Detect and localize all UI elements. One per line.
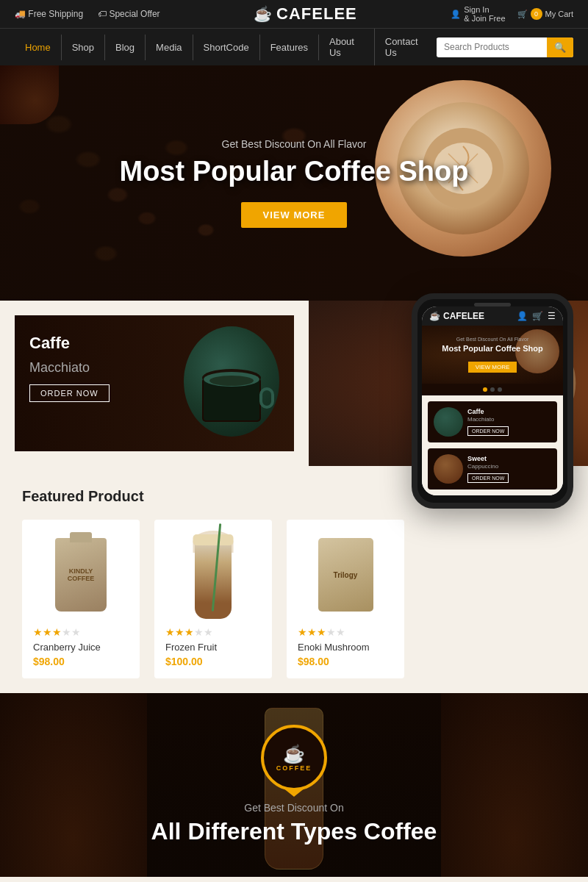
top-bar: 🚚 Free Shipping 🏷 Special Offer ☕ CAFELE… bbox=[0, 0, 588, 28]
bottom-right-decor bbox=[441, 693, 588, 877]
product-bag-1: KINDLYCOFFEE bbox=[55, 538, 107, 612]
phone-dot-2 bbox=[490, 387, 495, 392]
product-name-2: Frozen Fruit bbox=[165, 642, 261, 653]
logo-text: CAFELEE bbox=[276, 4, 357, 24]
phone-nav-icons: 👤 🛒 ☰ bbox=[517, 311, 556, 321]
phone-hero: Get Best Discount On All Flavor Most Pop… bbox=[422, 326, 563, 384]
bottom-subtitle: Get Best Discount On bbox=[151, 802, 437, 814]
nav-shop[interactable]: Shop bbox=[62, 35, 105, 60]
phone-menu-icon: ☰ bbox=[548, 311, 556, 321]
phone-card-text-1: Caffe Macchiato ORDER NOW bbox=[467, 408, 551, 436]
view-more-button[interactable]: VIEW MORE bbox=[241, 202, 348, 228]
special-offer-label: 🏷 Special Offer bbox=[98, 9, 160, 19]
product-pouch-3: Trilogy bbox=[318, 538, 373, 612]
coffee-cup-badge-icon: ☕ bbox=[283, 744, 305, 764]
pouch-text-3: Trilogy bbox=[334, 571, 358, 579]
logo-icon: ☕ bbox=[254, 5, 272, 23]
nav-blog[interactable]: Blog bbox=[105, 35, 146, 60]
tag-icon: 🏷 bbox=[98, 9, 107, 19]
promo-card-macchiato: Caffe Macchiato ORDER NOW bbox=[15, 315, 294, 451]
bottom-left-decor bbox=[0, 693, 147, 877]
phone-card-macchiato: Caffe Macchiato ORDER NOW bbox=[428, 401, 557, 442]
phone-order-btn-1[interactable]: ORDER NOW bbox=[467, 426, 509, 436]
nav-links: Home Shop Blog Media ShortCode Features … bbox=[15, 29, 437, 65]
cart-icon: 🛒 bbox=[517, 10, 528, 19]
phone-dot-1 bbox=[483, 387, 487, 392]
hero-subtitle: Get Best Discount On All Flavor bbox=[120, 138, 469, 150]
phone-card-title-1: Caffe bbox=[467, 408, 551, 416]
phone-card-subtitle-1: Macchiato bbox=[467, 416, 551, 423]
hero-section: Get Best Discount On All Flavor Most Pop… bbox=[0, 65, 588, 301]
product-img-1: KINDLYCOFFEE bbox=[33, 531, 129, 619]
search-input[interactable] bbox=[437, 38, 547, 56]
product-img-3: Trilogy bbox=[298, 531, 393, 619]
product-name-3: Enoki Mushroom bbox=[298, 642, 393, 653]
phone-screen: ☕ CAFELEE 👤 🛒 ☰ Get Best Discount On All… bbox=[422, 306, 563, 495]
nav-search[interactable]: 🔍 bbox=[437, 37, 573, 57]
phone-mockup-container: ☕ CAFELEE 👤 🛒 ☰ Get Best Discount On All… bbox=[412, 293, 566, 509]
phone-cards: Caffe Macchiato ORDER NOW Sweet Cappucci… bbox=[422, 395, 563, 495]
phone-header: ☕ CAFELEE 👤 🛒 ☰ bbox=[422, 306, 563, 326]
product-card-3: Trilogy ★★★★★ Enoki Mushroom $98.00 bbox=[287, 520, 404, 678]
phone-logo-icon: ☕ bbox=[429, 311, 440, 321]
phone-card-cup-2 bbox=[434, 454, 463, 484]
phone-notch bbox=[474, 303, 511, 306]
top-bar-left: 🚚 Free Shipping 🏷 Special Offer bbox=[15, 9, 160, 19]
bottom-section: ☕ COFFEE Get Best Discount On All Differ… bbox=[0, 693, 588, 877]
nav-about[interactable]: About Us bbox=[319, 29, 375, 65]
product-price-2: $100.00 bbox=[165, 656, 261, 667]
cart-link[interactable]: 🛒 0 My Cart bbox=[517, 8, 574, 20]
order-now-btn-1[interactable]: ORDER NOW bbox=[29, 384, 110, 402]
promo-card1-title: Caffe bbox=[29, 334, 279, 353]
phone-card-cup-1 bbox=[434, 407, 463, 437]
phone-cart-icon: 🛒 bbox=[532, 311, 543, 321]
phone-hero-content: Get Best Discount On All Flavor Most Pop… bbox=[429, 337, 556, 373]
phone-card-cappuccino: Sweet Cappuccino ORDER NOW bbox=[428, 448, 557, 490]
search-button[interactable]: 🔍 bbox=[547, 37, 573, 57]
top-bar-right: 👤 Sign In & Join Free 🛒 0 My Cart bbox=[451, 5, 573, 23]
logo[interactable]: ☕ CAFELEE bbox=[254, 4, 357, 24]
product-name-1: Cranberry Juice bbox=[33, 642, 129, 653]
product-stars-3: ★★★★★ bbox=[298, 626, 393, 638]
sign-in-link[interactable]: 👤 Sign In & Join Free bbox=[451, 5, 505, 23]
phone-card-subtitle-2: Cappuccino bbox=[467, 463, 551, 470]
nav-features[interactable]: Features bbox=[260, 35, 319, 60]
products-grid: KINDLYCOFFEE ★★★★★ Cranberry Juice $98.0… bbox=[22, 520, 566, 678]
phone-mockup: ☕ CAFELEE 👤 🛒 ☰ Get Best Discount On All… bbox=[412, 293, 573, 509]
coffee-badge-text: COFFEE bbox=[276, 764, 312, 772]
product-img-2 bbox=[165, 531, 261, 619]
promo-area: Caffe Macchiato ORDER NOW bbox=[0, 301, 588, 466]
phone-order-btn-2[interactable]: ORDER NOW bbox=[467, 473, 509, 483]
nav-media[interactable]: Media bbox=[146, 35, 193, 60]
product-stars-2: ★★★★★ bbox=[165, 626, 261, 638]
truck-icon: 🚚 bbox=[15, 9, 26, 19]
promo-card1-subtitle: Macchiato bbox=[29, 360, 279, 376]
phone-hero-subtitle: Get Best Discount On All Flavor bbox=[429, 337, 556, 342]
phone-logo: ☕ CAFELEE bbox=[429, 311, 484, 321]
phone-user-icon: 👤 bbox=[517, 311, 528, 321]
hero-food-decor bbox=[0, 65, 59, 124]
product-stars-1: ★★★★★ bbox=[33, 626, 129, 638]
nav-shortcode[interactable]: ShortCode bbox=[193, 35, 260, 60]
cart-badge: 0 bbox=[531, 8, 542, 20]
nav-contact[interactable]: Contact Us bbox=[375, 29, 437, 65]
drink-container-2 bbox=[195, 531, 232, 619]
phone-card-text-2: Sweet Cappuccino ORDER NOW bbox=[467, 455, 551, 483]
product-card-1: KINDLYCOFFEE ★★★★★ Cranberry Juice $98.0… bbox=[22, 520, 140, 678]
product-card-2: ★★★★★ Frozen Fruit $100.00 bbox=[154, 520, 272, 678]
promo-card1-content: Caffe Macchiato ORDER NOW bbox=[15, 315, 294, 420]
promo-cards: Caffe Macchiato ORDER NOW bbox=[0, 301, 309, 466]
bottom-content: ☕ COFFEE Get Best Discount On All Differ… bbox=[151, 725, 437, 845]
nav-bar: Home Shop Blog Media ShortCode Features … bbox=[0, 28, 588, 65]
phone-hero-title: Most Popular Coffee Shop bbox=[429, 344, 556, 353]
bottom-title: All Different Types Coffee bbox=[151, 818, 437, 845]
free-shipping-label: 🚚 Free Shipping bbox=[15, 9, 83, 19]
phone-card-title-2: Sweet bbox=[467, 455, 551, 463]
hero-content: Get Best Discount On All Flavor Most Pop… bbox=[120, 138, 469, 228]
phone-view-more-btn[interactable]: VIEW MORE bbox=[468, 362, 517, 373]
phone-dot-3 bbox=[498, 387, 502, 392]
bag-text-1: KINDLYCOFFEE bbox=[64, 564, 98, 586]
coffee-badge: ☕ COFFEE bbox=[261, 725, 327, 791]
hero-title: Most Popular Coffee Shop bbox=[120, 156, 469, 187]
nav-home[interactable]: Home bbox=[15, 35, 62, 60]
